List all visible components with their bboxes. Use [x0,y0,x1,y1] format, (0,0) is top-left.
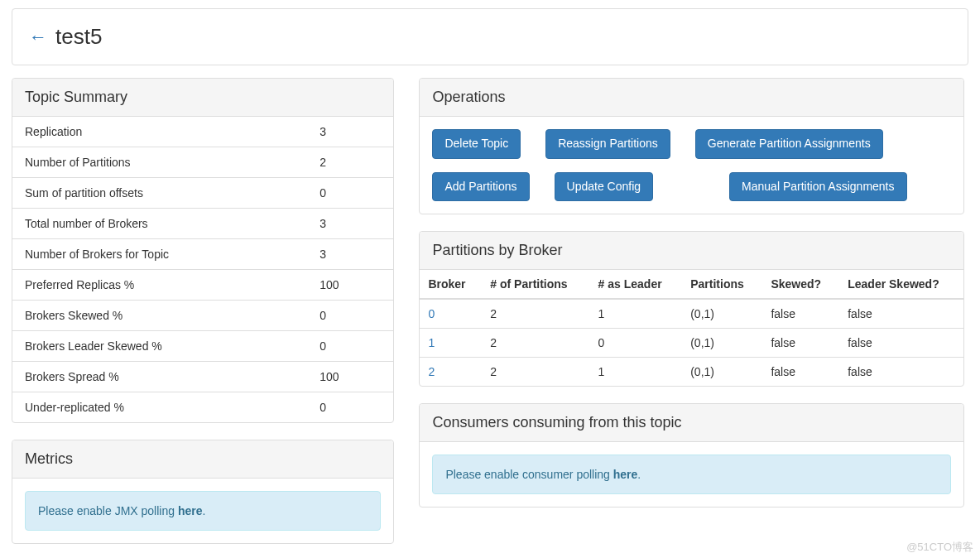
summary-row: Number of Partitions2 [12,147,393,178]
summary-value: 3 [278,117,393,147]
delete-topic-button[interactable]: Delete Topic [432,129,521,159]
cell-as-leader: 0 [590,329,683,358]
th-leader-skewed: Leader Skewed? [839,270,963,299]
cell-as-leader: 1 [590,299,683,329]
metrics-alert-prefix: Please enable JMX polling [38,504,178,517]
partitions-by-broker-heading: Partitions by Broker [420,232,963,270]
summary-row: Total number of Brokers3 [12,209,393,239]
left-column: Topic Summary Replication3Number of Part… [12,78,394,558]
consumers-alert-suffix: . [637,468,641,481]
metrics-alert: Please enable JMX polling here. [25,491,381,531]
broker-row: 021(0,1)falsefalse [420,299,963,329]
cell-num-partitions: 2 [482,329,589,358]
summary-value: 3 [278,239,393,270]
broker-link[interactable]: 1 [428,336,435,349]
update-config-button[interactable]: Update Config [555,172,654,202]
summary-label: Under-replicated % [12,392,278,423]
cell-partitions: (0,1) [682,299,762,329]
consumers-alert-prefix: Please enable consumer polling [445,468,612,481]
summary-value: 3 [278,209,393,239]
summary-label: Sum of partition offsets [12,178,278,209]
summary-label: Brokers Skewed % [12,301,278,331]
cell-broker[interactable]: 2 [420,358,482,387]
summary-label: Number of Brokers for Topic [12,239,278,270]
summary-row: Preferred Replicas %100 [12,270,393,301]
metrics-alert-suffix: . [202,504,205,517]
summary-label: Number of Partitions [12,147,278,178]
summary-value: 0 [278,331,393,362]
watermark: @51CTO博客 [906,540,973,555]
cell-skewed: false [762,358,839,387]
summary-label: Replication [12,117,278,147]
cell-partitions: (0,1) [682,358,762,387]
back-arrow-icon[interactable]: ← [29,28,47,46]
summary-value: 0 [278,178,393,209]
metrics-body: Please enable JMX polling here. [12,479,393,543]
summary-value: 100 [278,270,393,301]
cell-partitions: (0,1) [682,329,762,358]
page-title: test5 [55,24,102,50]
add-partitions-button[interactable]: Add Partitions [432,172,529,202]
th-num-partitions: # of Partitions [482,270,589,299]
broker-row: 221(0,1)falsefalse [420,358,963,387]
th-partitions: Partitions [682,270,762,299]
topic-summary-panel: Topic Summary Replication3Number of Part… [12,78,394,423]
summary-row: Sum of partition offsets0 [12,178,393,209]
cell-leader-skewed: false [839,299,963,329]
summary-label: Brokers Leader Skewed % [12,331,278,362]
summary-row: Brokers Skewed %0 [12,301,393,331]
summary-row: Brokers Leader Skewed %0 [12,331,393,362]
generate-assignments-button[interactable]: Generate Partition Assignments [695,129,883,159]
cell-broker[interactable]: 1 [420,329,482,358]
summary-value: 0 [278,301,393,331]
consumers-alert: Please enable consumer polling here. [432,455,951,494]
cell-broker[interactable]: 0 [420,299,482,329]
summary-row: Brokers Spread %100 [12,362,393,392]
broker-link[interactable]: 2 [428,365,435,378]
broker-row: 120(0,1)falsefalse [420,329,963,358]
cell-skewed: false [762,299,839,329]
operations-heading: Operations [420,79,963,117]
th-as-leader: # as Leader [590,270,683,299]
consumers-alert-link[interactable]: here [613,468,638,481]
cell-leader-skewed: false [839,329,963,358]
topic-summary-heading: Topic Summary [12,79,393,117]
summary-value: 100 [278,362,393,392]
broker-link[interactable]: 0 [428,307,435,320]
right-column: Operations Delete Topic Reassign Partiti… [419,78,964,558]
content-row: Topic Summary Replication3Number of Part… [12,78,968,558]
cell-skewed: false [762,329,839,358]
partitions-by-broker-table: Broker # of Partitions # as Leader Parti… [420,270,963,386]
metrics-alert-link[interactable]: here [178,504,203,517]
cell-num-partitions: 2 [482,299,589,329]
summary-row: Number of Brokers for Topic3 [12,239,393,270]
summary-value: 2 [278,147,393,178]
cell-as-leader: 1 [590,358,683,387]
summary-label: Brokers Spread % [12,362,278,392]
consumers-body: Please enable consumer polling here. [420,442,963,507]
operations-body: Delete Topic Reassign Partitions Generat… [420,117,963,214]
metrics-panel: Metrics Please enable JMX polling here. [12,440,394,544]
broker-table-header-row: Broker # of Partitions # as Leader Parti… [420,270,963,299]
operations-row-1: Delete Topic Reassign Partitions Generat… [432,129,951,159]
summary-value: 0 [278,392,393,423]
topic-summary-table: Replication3Number of Partitions2Sum of … [12,117,393,422]
summary-label: Preferred Replicas % [12,270,278,301]
summary-row: Replication3 [12,117,393,147]
cell-num-partitions: 2 [482,358,589,387]
operations-row-2: Add Partitions Update Config Manual Part… [432,172,951,202]
operations-panel: Operations Delete Topic Reassign Partiti… [419,78,964,214]
consumers-panel: Consumers consuming from this topic Plea… [419,403,964,507]
consumers-heading: Consumers consuming from this topic [420,404,963,442]
page-header: ← test5 [12,8,968,65]
summary-label: Total number of Brokers [12,209,278,239]
reassign-partitions-button[interactable]: Reassign Partitions [545,129,670,159]
manual-assignments-button[interactable]: Manual Partition Assignments [729,172,906,202]
summary-row: Under-replicated %0 [12,392,393,423]
metrics-heading: Metrics [12,440,393,479]
partitions-by-broker-panel: Partitions by Broker Broker # of Partiti… [419,231,964,387]
th-skewed: Skewed? [762,270,839,299]
cell-leader-skewed: false [839,358,963,387]
th-broker: Broker [420,270,482,299]
